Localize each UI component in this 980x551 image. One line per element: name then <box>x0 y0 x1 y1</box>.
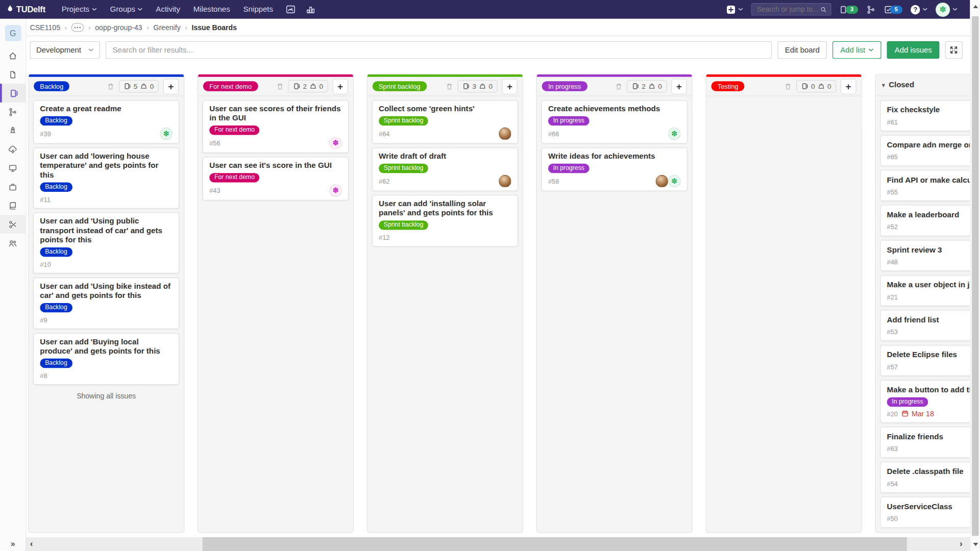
issue-card[interactable]: User can add 'installing solar panels' a… <box>372 195 519 247</box>
horizontal-scrollbar[interactable]: ‹ › <box>26 537 970 551</box>
sidebar-item-ci-cd[interactable] <box>0 121 26 140</box>
issue-card[interactable]: Delete Eclipse files #57 <box>880 345 970 376</box>
scroll-up-icon[interactable] <box>973 5 978 8</box>
issue-card[interactable]: User can add 'lowering house temperature… <box>33 147 180 209</box>
issue-card[interactable]: User can see scores of their friends in … <box>203 100 349 153</box>
new-menu[interactable] <box>726 5 743 14</box>
scroll-right-icon[interactable]: › <box>960 537 963 550</box>
edit-board-button[interactable]: Edit board <box>777 41 827 59</box>
sidebar-item-issues[interactable] <box>0 84 26 103</box>
menu-snippets[interactable]: Snippets <box>243 5 273 14</box>
breadcrumb-project[interactable]: Greenify <box>153 23 180 31</box>
list-label[interactable]: Backlog <box>34 81 69 91</box>
sidebar-item-operations[interactable] <box>0 140 26 159</box>
issue-card[interactable]: UserServiceClass #50 <box>880 496 970 528</box>
issue-card[interactable]: Delete .classpath file #54 <box>880 462 970 493</box>
issue-card[interactable]: User can add 'Using public transport ins… <box>33 212 180 273</box>
issue-label[interactable]: In progress <box>548 164 590 173</box>
delete-list-icon[interactable] <box>615 82 623 90</box>
add-issue-to-list-button[interactable]: + <box>671 79 687 94</box>
issue-card[interactable]: Create achievements methods In progress … <box>541 100 688 144</box>
assignee-avatar[interactable]: ✽ <box>329 184 341 196</box>
help-menu[interactable]: ? <box>911 5 927 14</box>
issue-card[interactable]: Collect some 'green hints' Sprint backlo… <box>372 100 519 144</box>
assignee-avatar[interactable] <box>499 175 511 187</box>
assignee-avatar[interactable] <box>499 128 511 140</box>
issue-label[interactable]: For next demo <box>209 126 260 135</box>
issue-label[interactable]: In progress <box>548 116 590 126</box>
scroll-down-icon[interactable] <box>973 543 978 546</box>
charts-icon[interactable] <box>306 5 316 15</box>
issues-shortcut[interactable]: 3 <box>839 5 858 14</box>
issue-label[interactable]: For next demo <box>209 173 260 182</box>
vertical-scrollbar[interactable] <box>970 0 980 551</box>
issue-card[interactable]: Fix checkstyle #61 <box>880 100 970 131</box>
sidebar-item-repository[interactable] <box>0 65 26 84</box>
list-label[interactable]: Testing <box>711 81 744 91</box>
horizontal-scrollbar-thumb[interactable] <box>203 537 907 551</box>
list-header[interactable]: ▾ Closed <box>876 74 970 96</box>
issue-card[interactable]: Sprint review 3 #48 <box>880 240 970 271</box>
issue-label[interactable]: Backlog <box>40 247 72 257</box>
assignee-avatar[interactable] <box>655 175 668 187</box>
breadcrumb-ellipsis-button[interactable] <box>71 23 84 32</box>
sidebar-item-home[interactable] <box>0 46 26 65</box>
issue-card[interactable]: Finalize friends #63 <box>880 427 970 458</box>
list-label[interactable]: For next demo <box>203 81 258 91</box>
issue-card[interactable]: Write draft of draft Sprint backlog #62 <box>372 147 519 191</box>
issue-card[interactable]: User can add 'Using bike instead of car'… <box>33 278 180 330</box>
add-issue-to-list-button[interactable]: + <box>502 79 518 94</box>
issue-label[interactable]: Backlog <box>40 116 72 126</box>
assignee-avatar[interactable]: ✽ <box>668 128 680 140</box>
issue-card[interactable]: Write ideas for achievements In progress… <box>541 147 688 191</box>
user-menu[interactable]: ✽ <box>936 2 958 16</box>
assignee-avatar[interactable]: ✽ <box>668 175 680 187</box>
issue-card[interactable]: Find API or make calculator for CO2 #55 <box>880 170 970 201</box>
delete-list-icon[interactable] <box>276 82 284 90</box>
sidebar-item-metrics[interactable] <box>0 159 26 178</box>
issue-card[interactable]: Create a great readme Backlog #39✽ <box>33 100 180 144</box>
add-issue-to-list-button[interactable]: + <box>841 79 856 94</box>
dashboard-icon[interactable] <box>286 5 296 15</box>
breadcrumb-subgroup[interactable]: oopp-group-43 <box>95 23 142 31</box>
menu-projects[interactable]: Projects <box>62 5 97 14</box>
delete-list-icon[interactable] <box>107 82 114 90</box>
board-switcher[interactable]: Development <box>30 41 100 59</box>
issue-label[interactable]: Backlog <box>40 359 72 368</box>
sidebar-item-merge-requests[interactable] <box>0 103 26 121</box>
todos-shortcut[interactable]: 5 <box>884 5 902 14</box>
issue-label[interactable]: Sprint backlog <box>379 116 428 126</box>
vertical-scrollbar-thumb[interactable] <box>972 16 978 536</box>
add-issue-to-list-button[interactable]: + <box>163 79 179 94</box>
add-issues-button[interactable]: Add issues <box>887 41 939 59</box>
assignee-avatar[interactable]: ✽ <box>160 128 172 140</box>
merge-requests-icon[interactable] <box>866 5 875 14</box>
issue-card[interactable]: Make a user object in java #21 <box>880 275 970 306</box>
add-list-button[interactable]: Add list <box>833 41 881 59</box>
issue-label[interactable]: Backlog <box>40 183 72 192</box>
sidebar-item-registry[interactable] <box>0 178 26 196</box>
assignee-avatar[interactable]: ✽ <box>329 137 341 149</box>
add-issue-to-list-button[interactable]: + <box>332 79 348 94</box>
issue-label[interactable]: Sprint backlog <box>379 164 428 173</box>
sidebar-item-members[interactable] <box>0 234 26 253</box>
delete-list-icon[interactable] <box>784 82 792 90</box>
issue-card[interactable]: Make a button to add the vegetarian meal… <box>880 380 970 422</box>
issue-card[interactable]: Add friend list #53 <box>880 310 970 341</box>
fullscreen-button[interactable] <box>945 41 962 59</box>
menu-activity[interactable]: Activity <box>156 5 180 14</box>
issue-label[interactable]: In progress <box>887 397 928 407</box>
tudelft-logo[interactable]: TUDelft <box>6 5 45 15</box>
list-label[interactable]: In progress <box>542 81 587 91</box>
issue-label[interactable]: Sprint backlog <box>379 220 428 230</box>
issue-card[interactable]: User can add 'Buying local produce' and … <box>33 333 180 385</box>
issue-card[interactable]: User can see it's score in the GUI For n… <box>203 157 349 201</box>
filter-input[interactable] <box>106 41 772 59</box>
menu-groups[interactable]: Groups <box>110 5 143 14</box>
sidebar-item-wiki[interactable] <box>0 196 26 215</box>
scroll-left-icon[interactable]: ‹ <box>30 537 33 550</box>
list-label[interactable]: Sprint backlog <box>373 81 427 91</box>
sidebar-item-snippets[interactable] <box>0 215 26 234</box>
sidebar-expand-button[interactable]: » <box>0 539 26 548</box>
project-avatar[interactable]: G <box>5 25 21 41</box>
